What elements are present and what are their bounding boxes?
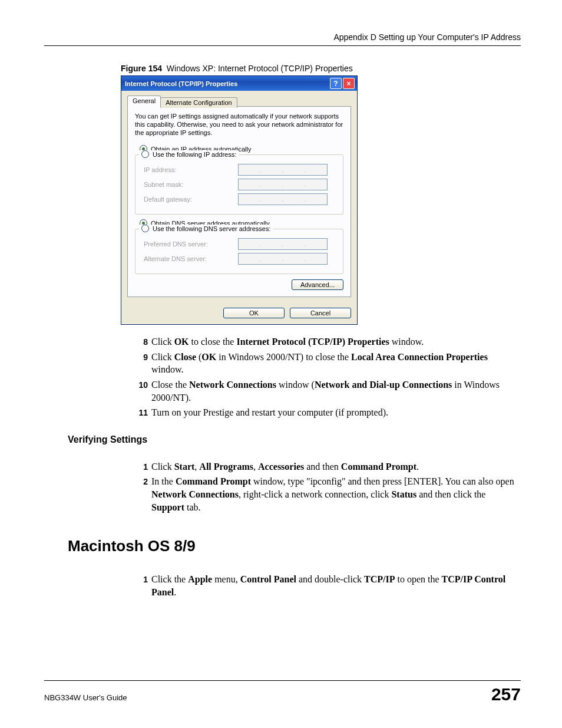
figure-caption: Figure 154 Windows XP: Internet Protocol…: [121, 64, 521, 73]
radio-use-following-ip[interactable]: Use the following IP address:: [153, 151, 236, 158]
list-text: Click Start, All Programs, Accessories a…: [151, 460, 521, 473]
list-number: 9: [133, 352, 148, 363]
dialog-footer: OK Cancel: [121, 303, 357, 324]
list-item: 11Turn on your Prestige and restart your…: [133, 406, 521, 419]
list-text: In the Command Prompt window, type "ipco…: [151, 475, 521, 513]
intro-text: You can get IP settings assigned automat…: [135, 113, 343, 137]
list-number: 1: [133, 574, 148, 585]
close-button[interactable]: ×: [343, 78, 355, 89]
list-text: Click the Apple menu, Control Panel and …: [151, 573, 521, 598]
dialog-titlebar[interactable]: Internet Protocol (TCP/IP) Properties ? …: [121, 76, 357, 91]
heading-macintosh: Macintosh OS 8/9: [68, 537, 521, 555]
list-item: 2In the Command Prompt window, type "ipc…: [133, 475, 521, 513]
input-subnet-mask: ...: [238, 179, 328, 190]
appendix-header: Appendix D Setting up Your Computer's IP…: [44, 32, 521, 46]
input-alternate-dns: ...: [238, 253, 328, 265]
tcpip-properties-dialog: Internet Protocol (TCP/IP) Properties ? …: [121, 75, 358, 325]
heading-verifying-settings: Verifying Settings: [68, 434, 521, 445]
steps-verify: 1Click Start, All Programs, Accessories …: [133, 458, 521, 516]
cancel-button[interactable]: Cancel: [290, 308, 351, 318]
label-alternate-dns: Alternate DNS server:: [144, 255, 238, 262]
advanced-button[interactable]: Advanced...: [292, 279, 343, 290]
tab-general[interactable]: General: [127, 95, 161, 107]
input-preferred-dns: ...: [238, 238, 328, 250]
list-item: 8Click OK to close the Internet Protocol…: [133, 335, 521, 348]
page-footer: NBG334W User's Guide 257: [44, 680, 521, 704]
label-preferred-dns: Preferred DNS server:: [144, 241, 238, 248]
tab-panel-general: You can get IP settings assigned automat…: [127, 106, 351, 297]
steps-continued: 8Click OK to close the Internet Protocol…: [133, 333, 521, 421]
list-text: Click Close (OK in Windows 2000/NT) to c…: [151, 351, 521, 376]
list-number: 1: [133, 462, 148, 473]
figure-text: Windows XP: Internet Protocol (TCP/IP) P…: [167, 64, 353, 73]
static-ip-group: Use the following IP address: IP address…: [135, 154, 343, 215]
radio-use-following-dns[interactable]: Use the following DNS server addresses:: [153, 225, 271, 232]
label-ip-address: IP address:: [144, 166, 238, 173]
list-text: Click OK to close the Internet Protocol …: [151, 335, 521, 348]
help-button[interactable]: ?: [330, 78, 342, 89]
list-number: 8: [133, 337, 148, 348]
steps-mac: 1Click the Apple menu, Control Panel and…: [133, 571, 521, 601]
label-default-gateway: Default gateway:: [144, 196, 238, 203]
list-number: 11: [133, 407, 148, 419]
static-dns-group: Use the following DNS server addresses: …: [135, 229, 343, 274]
footer-guide-name: NBG334W User's Guide: [44, 693, 127, 702]
list-number: 2: [133, 476, 148, 487]
list-number: 10: [133, 380, 148, 391]
list-item: 1Click Start, All Programs, Accessories …: [133, 460, 521, 473]
radio-icon[interactable]: [141, 225, 149, 232]
dialog-title: Internet Protocol (TCP/IP) Properties: [125, 80, 330, 87]
list-text: Close the Network Connections window (Ne…: [151, 378, 521, 404]
input-default-gateway: ...: [238, 193, 328, 205]
list-text: Turn on your Prestige and restart your c…: [151, 406, 521, 419]
list-item: 1Click the Apple menu, Control Panel and…: [133, 573, 521, 598]
label-subnet-mask: Subnet mask:: [144, 181, 238, 188]
input-ip-address: ...: [238, 164, 328, 176]
list-item: 9Click Close (OK in Windows 2000/NT) to …: [133, 351, 521, 376]
radio-icon[interactable]: [141, 150, 149, 158]
footer-page-number: 257: [491, 684, 521, 704]
list-item: 10Close the Network Connections window (…: [133, 378, 521, 404]
ok-button[interactable]: OK: [223, 308, 285, 318]
tab-alternate-configuration[interactable]: Alternate Configuration: [160, 97, 237, 108]
figure-label: Figure 154: [121, 64, 162, 73]
